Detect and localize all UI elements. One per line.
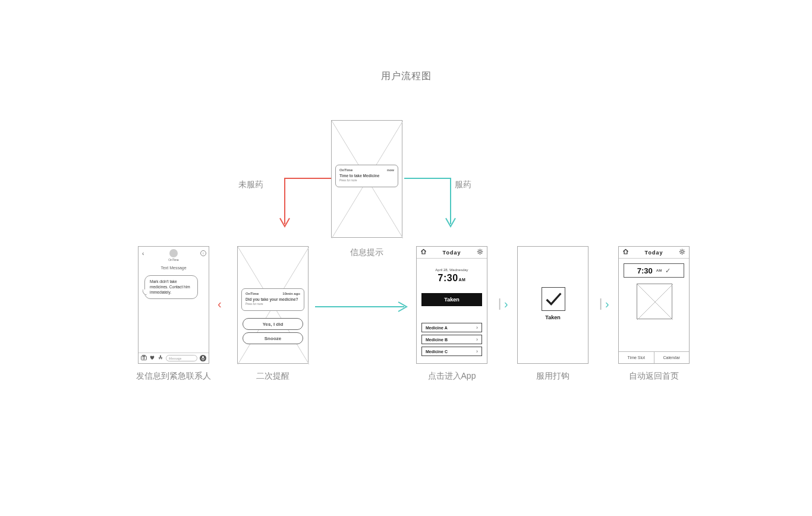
info-icon[interactable]: i bbox=[200, 250, 206, 256]
screen-home: Today 7:30 AM ✓ Time Slot Calendar bbox=[618, 246, 690, 364]
date-label: April 28, Wednesday bbox=[417, 268, 487, 272]
arrow-second-to-app bbox=[315, 301, 410, 313]
arrow-taken bbox=[403, 175, 462, 235]
svg-line-9 bbox=[478, 250, 479, 250]
screen-app-today: Today April 28, Wednesday 7:30AM Taken M… bbox=[416, 246, 487, 364]
mic-icon[interactable] bbox=[200, 355, 206, 361]
svg-line-21 bbox=[680, 253, 681, 254]
svg-point-13 bbox=[681, 251, 684, 253]
med-label: Medicine A bbox=[426, 326, 448, 330]
divider-pipe-icon: | bbox=[599, 297, 602, 310]
avatar-icon[interactable] bbox=[169, 249, 178, 257]
arrow-to-emergency: ‹ bbox=[218, 297, 222, 311]
ampm-value: AM bbox=[459, 278, 466, 282]
chevron-right-icon: › bbox=[476, 335, 478, 344]
taken-label: Taken bbox=[518, 314, 588, 320]
appstore-icon[interactable] bbox=[158, 355, 163, 361]
heart-icon[interactable] bbox=[149, 355, 155, 361]
reminder-body: Did you take your medicine? bbox=[246, 297, 300, 301]
reminder-hint: Press for more bbox=[246, 303, 300, 306]
header-title: Today bbox=[645, 250, 663, 256]
check-icon: ✓ bbox=[665, 267, 671, 275]
notification-card[interactable]: OnTime now Time to take Medicine Press f… bbox=[335, 165, 398, 187]
screen-notification: OnTime now Time to take Medicine Press f… bbox=[331, 120, 402, 238]
diagram-title: 用户流程图 bbox=[0, 70, 812, 83]
ampm-value: AM bbox=[656, 269, 662, 272]
home-icon[interactable] bbox=[622, 248, 629, 256]
medicine-row-a[interactable]: Medicine A› bbox=[421, 323, 482, 332]
image-placeholder bbox=[637, 284, 672, 319]
svg-point-2 bbox=[143, 357, 144, 359]
medicine-row-c[interactable]: Medicine C› bbox=[421, 347, 482, 356]
label-not-taken: 未服药 bbox=[238, 180, 263, 190]
screen-taken-confirm: Taken bbox=[517, 246, 588, 364]
arrow-not-taken bbox=[273, 175, 332, 235]
message-bubble: Mark didn't take medicines. Contact him … bbox=[144, 275, 198, 299]
yes-button[interactable]: Yes, I did bbox=[243, 318, 303, 330]
med-label: Medicine C bbox=[426, 350, 448, 354]
notif-body: Time to take Medicine bbox=[339, 174, 394, 178]
time-display: 7:30AM bbox=[417, 273, 487, 284]
tab-timeslot[interactable]: Time Slot bbox=[619, 352, 654, 363]
svg-line-19 bbox=[684, 253, 684, 254]
med-label: Medicine B bbox=[426, 338, 448, 342]
message-input-bar: iMessage bbox=[139, 353, 209, 363]
svg-rect-1 bbox=[143, 355, 145, 357]
thread-subtitle: Text Message bbox=[139, 266, 209, 270]
svg-rect-0 bbox=[141, 356, 147, 360]
time-value: 7:30 bbox=[438, 273, 458, 283]
check-icon bbox=[542, 287, 565, 311]
back-chevron-icon[interactable]: ‹ bbox=[142, 250, 144, 257]
svg-line-11 bbox=[481, 250, 482, 250]
tab-calendar[interactable]: Calendar bbox=[654, 352, 690, 363]
time-row[interactable]: 7:30 AM ✓ bbox=[624, 263, 684, 278]
caption-check-taken: 服用打钩 bbox=[517, 371, 588, 382]
bottom-tabs: Time Slot Calendar bbox=[619, 351, 689, 363]
svg-point-4 bbox=[479, 251, 481, 253]
caption-emergency: 发信息到紧急联系人 bbox=[114, 371, 233, 382]
snooze-button[interactable]: Snooze bbox=[243, 332, 303, 344]
notif-app-name: OnTime bbox=[339, 168, 353, 172]
header-title: Today bbox=[443, 250, 461, 256]
caption-return-home: 自动返回首页 bbox=[612, 371, 695, 382]
svg-line-18 bbox=[680, 250, 681, 250]
reminder-app-name: OnTime bbox=[246, 292, 259, 295]
arrow-to-home: › bbox=[605, 297, 609, 311]
caption-info-prompt: 信息提示 bbox=[331, 247, 402, 258]
message-input[interactable]: iMessage bbox=[166, 355, 197, 361]
home-icon[interactable] bbox=[420, 248, 427, 256]
caption-enter-app: 点击进入App bbox=[398, 371, 505, 382]
medicine-row-b[interactable]: Medicine B› bbox=[421, 335, 482, 344]
screen-second-reminder: OnTime 10min ago Did you take your medic… bbox=[237, 246, 309, 364]
screen-text-message: ‹ OnTime i Text Message Mark didn't take… bbox=[138, 246, 209, 364]
chevron-right-icon: › bbox=[476, 347, 478, 356]
gear-icon[interactable] bbox=[477, 248, 483, 256]
chevron-right-icon: › bbox=[476, 323, 478, 332]
arrow-to-check: › bbox=[504, 297, 508, 311]
svg-rect-3 bbox=[202, 356, 204, 358]
contact-name: OnTime bbox=[139, 258, 209, 262]
time-value: 7:30 bbox=[637, 266, 653, 275]
svg-line-12 bbox=[478, 253, 479, 254]
placeholder-x-icon bbox=[637, 284, 673, 320]
app-header: Today bbox=[417, 247, 487, 259]
svg-line-10 bbox=[481, 253, 482, 254]
reminder-card[interactable]: OnTime 10min ago Did you take your medic… bbox=[241, 288, 304, 311]
taken-button[interactable]: Taken bbox=[421, 293, 482, 306]
app-header: Today bbox=[619, 247, 689, 259]
divider-pipe-icon: | bbox=[498, 297, 501, 310]
gear-icon[interactable] bbox=[679, 248, 685, 256]
camera-icon[interactable] bbox=[141, 355, 147, 361]
reminder-time: 10min ago bbox=[282, 292, 300, 295]
notif-time: now bbox=[387, 168, 394, 172]
notif-hint: Press for more bbox=[339, 179, 394, 182]
caption-second-reminder: 二次提醒 bbox=[237, 371, 309, 382]
svg-line-20 bbox=[684, 250, 684, 250]
